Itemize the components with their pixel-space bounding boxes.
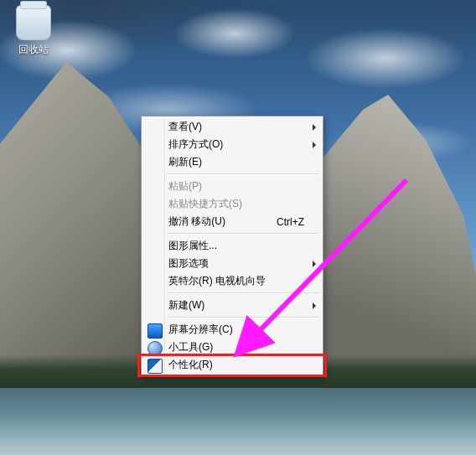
menu-item-intel-tv-wizard[interactable]: 英特尔(R) 电视机向导 bbox=[143, 272, 321, 290]
gadget-icon bbox=[147, 341, 163, 356]
menu-item-graphics-options[interactable]: 图形选项 bbox=[143, 255, 321, 272]
menu-item-graphics-properties[interactable]: 图形属性... bbox=[143, 237, 321, 255]
menu-item-label: 小工具(G) bbox=[168, 340, 213, 354]
menu-item-screen-resolution[interactable]: 屏幕分辨率(C) bbox=[143, 321, 321, 339]
submenu-arrow-icon bbox=[313, 261, 316, 267]
menu-item-label: 屏幕分辨率(C) bbox=[168, 323, 233, 337]
menu-item-sort[interactable]: 排序方式(O) bbox=[143, 136, 321, 153]
menu-item-paste-shortcut: 粘贴快捷方式(S) bbox=[143, 195, 321, 213]
menu-item-label: 个性化(R) bbox=[168, 358, 213, 372]
submenu-arrow-icon bbox=[313, 124, 316, 131]
menu-item-label: 撤消 移动(U) bbox=[168, 215, 225, 229]
menu-item-label: 排序方式(O) bbox=[168, 137, 223, 152]
screen-resolution-icon bbox=[147, 323, 163, 339]
menu-separator bbox=[167, 317, 319, 318]
recycle-bin-label: 回收站 bbox=[7, 43, 60, 57]
menu-item-personalize[interactable]: 个性化(R) bbox=[143, 356, 321, 374]
menu-item-label: 粘贴快捷方式(S) bbox=[168, 197, 242, 211]
menu-item-label: 粘贴(P) bbox=[168, 179, 202, 194]
menu-item-label: 刷新(E) bbox=[168, 155, 202, 169]
submenu-arrow-icon bbox=[313, 302, 316, 309]
menu-item-label: 新建(W) bbox=[168, 298, 204, 313]
menu-item-new[interactable]: 新建(W) bbox=[143, 297, 321, 314]
menu-separator bbox=[167, 233, 319, 235]
submenu-arrow-icon bbox=[313, 142, 316, 148]
menu-separator bbox=[167, 292, 319, 294]
wallpaper-lake bbox=[0, 388, 476, 455]
menu-item-view[interactable]: 查看(V) bbox=[143, 118, 321, 136]
personalize-icon bbox=[147, 359, 163, 374]
menu-item-label: 图形选项 bbox=[168, 256, 209, 271]
recycle-bin-icon bbox=[16, 5, 51, 40]
menu-item-paste: 粘贴(P) bbox=[143, 178, 321, 195]
menu-separator bbox=[167, 173, 319, 175]
menu-item-label: 查看(V) bbox=[168, 120, 202, 134]
menu-item-shortcut: Ctrl+Z bbox=[263, 216, 304, 228]
menu-item-refresh[interactable]: 刷新(E) bbox=[143, 153, 321, 171]
desktop-context-menu: 查看(V) 排序方式(O) 刷新(E) 粘贴(P) 粘贴快捷方式(S) 撤消 移… bbox=[141, 116, 323, 376]
desktop-icon-recycle-bin[interactable]: 回收站 bbox=[7, 5, 60, 57]
menu-item-undo-move[interactable]: 撤消 移动(U) Ctrl+Z bbox=[143, 213, 321, 230]
menu-item-label: 图形属性... bbox=[168, 239, 217, 253]
menu-item-gadgets[interactable]: 小工具(G) bbox=[143, 339, 321, 356]
menu-item-label: 英特尔(R) 电视机向导 bbox=[168, 274, 266, 288]
